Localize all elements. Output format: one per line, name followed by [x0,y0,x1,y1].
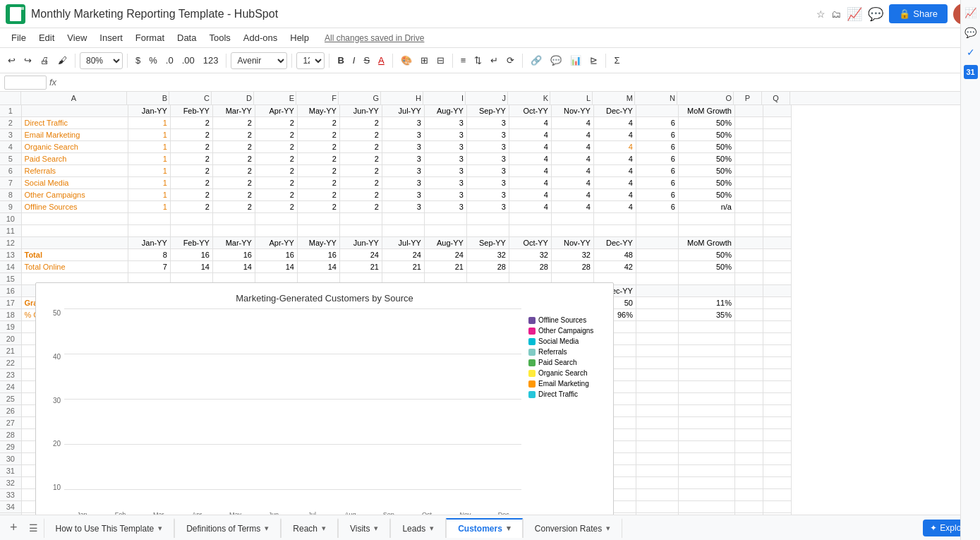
cell-D4[interactable]: 2 [212,141,255,153]
cell-N12[interactable] [636,237,678,249]
cell-A11[interactable] [21,225,128,237]
cell-F9[interactable]: 2 [297,201,339,213]
cell[interactable] [636,333,678,345]
cell-M1[interactable]: Dec-YY [593,105,636,117]
cell-N8[interactable]: 6 [636,189,678,201]
cell[interactable] [734,321,763,333]
cell-D3[interactable]: 2 [212,129,255,141]
cell-G6[interactable]: 2 [339,165,382,177]
cell-P7[interactable] [734,177,763,189]
menu-data[interactable]: Data [171,31,202,44]
tab-how-to-use[interactable]: How to Use This Template ▾ [44,518,175,538]
cell[interactable] [763,501,791,513]
cell-Q5[interactable] [763,153,791,165]
font-select[interactable]: AvenirArial [231,52,287,69]
cell-K9[interactable]: 4 [509,201,551,213]
cell-O12[interactable]: MoM Growth [678,237,734,249]
fontsize-select[interactable]: 1214 [296,52,325,69]
cell-H8[interactable]: 3 [382,189,424,201]
cell[interactable] [636,429,678,441]
cell-E3[interactable]: 2 [255,129,297,141]
cell[interactable] [763,477,791,489]
cell-B10[interactable] [128,213,170,225]
cell[interactable] [636,321,678,333]
col-header-O[interactable]: O [677,92,734,104]
cell[interactable] [636,465,678,477]
cell-F6[interactable]: 2 [297,165,339,177]
cell-H4[interactable]: 3 [382,141,424,153]
cell-G1[interactable]: Jun-YY [339,105,382,117]
cell-H13[interactable]: 24 [382,249,424,261]
cell-Q2[interactable] [763,117,791,129]
menu-edit[interactable]: Edit [33,31,60,44]
cell-Q10[interactable] [763,213,791,225]
cell-M4[interactable]: 4 [593,141,636,153]
cell-I7[interactable]: 3 [424,177,466,189]
cell-B7[interactable]: 1 [128,177,170,189]
cell-O15[interactable] [678,273,734,285]
cell-N6[interactable]: 6 [636,165,678,177]
italic-button[interactable]: I [349,53,359,68]
chat-icon[interactable]: 💬 [868,6,883,22]
tab-leads[interactable]: Leads ▾ [390,518,446,538]
cell-M9[interactable]: 4 [593,201,636,213]
cell[interactable] [636,405,678,417]
cell-M13[interactable]: 48 [593,249,636,261]
cell[interactable] [763,429,791,441]
cell-M10[interactable] [593,213,636,225]
cell-Q15[interactable] [763,273,791,285]
cell-N11[interactable] [636,225,678,237]
cell-G4[interactable]: 2 [339,141,382,153]
cell-D12[interactable]: Mar-YY [212,237,255,249]
cell-H5[interactable]: 3 [382,153,424,165]
cell-O6[interactable]: 50% [678,165,734,177]
cell-Q4[interactable] [763,141,791,153]
cell-J9[interactable]: 3 [466,201,509,213]
cell-A5[interactable]: Paid Search [21,153,128,165]
cell-N18[interactable] [636,309,678,321]
cell-J6[interactable]: 3 [466,165,509,177]
cell-P18[interactable] [734,309,763,321]
col-header-P[interactable]: P [734,92,762,104]
cell[interactable] [763,489,791,501]
cell[interactable] [734,465,763,477]
share-button[interactable]: 🔒 Share [889,4,948,23]
cell-G10[interactable] [339,213,382,225]
comment-button[interactable]: 💬 [547,53,565,68]
cell-B1[interactable]: Jan-YY [128,105,170,117]
cell-K6[interactable]: 4 [509,165,551,177]
cell-K8[interactable]: 4 [509,189,551,201]
cell-Q16[interactable] [763,285,791,297]
cell-N2[interactable]: 6 [636,117,678,129]
cell-B11[interactable] [128,225,170,237]
cell-K5[interactable]: 4 [509,153,551,165]
tab-customers[interactable]: Customers ▾ [446,518,523,538]
cell-F2[interactable]: 2 [297,117,339,129]
cell-D14[interactable]: 14 [212,261,255,273]
cell[interactable] [636,381,678,393]
cell-N15[interactable] [636,273,678,285]
cell-B8[interactable]: 1 [128,189,170,201]
cell[interactable] [636,441,678,453]
cell-P2[interactable] [734,117,763,129]
cell[interactable] [636,501,678,513]
cell-C2[interactable]: 2 [170,117,212,129]
menu-insert[interactable]: Insert [94,31,128,44]
cell-M14[interactable]: 42 [593,261,636,273]
col-header-F[interactable]: F [296,92,339,104]
cell[interactable] [636,417,678,429]
cell-N9[interactable]: 6 [636,201,678,213]
cell-P8[interactable] [734,189,763,201]
cell-E4[interactable]: 2 [255,141,297,153]
cell-I2[interactable]: 3 [424,117,466,129]
cell-A8[interactable]: Other Campaigns [21,189,128,201]
cell-A3[interactable]: Email Marketing [21,129,128,141]
col-header-L[interactable]: L [550,92,593,104]
cell-N4[interactable]: 6 [636,141,678,153]
cell-M7[interactable]: 4 [593,177,636,189]
cell-F8[interactable]: 2 [297,189,339,201]
cell-M8[interactable]: 4 [593,189,636,201]
cell-B3[interactable]: 1 [128,129,170,141]
cell-E5[interactable]: 2 [255,153,297,165]
add-sheet-button[interactable]: + [4,517,23,538]
